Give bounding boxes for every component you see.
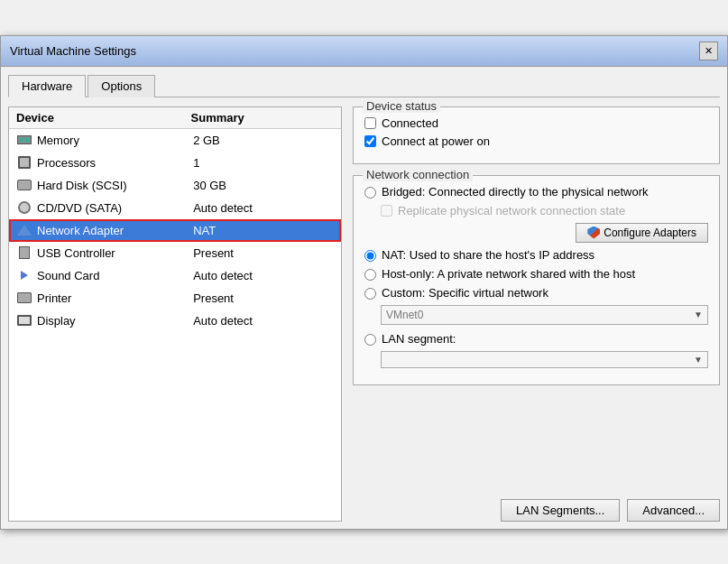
lan-segments-button[interactable]: LAN Segments... [501,499,620,522]
device-status-label: Device status [363,99,440,113]
configure-adapters-label: Configure Adapters [604,227,696,239]
device-row-cddvd[interactable]: CD/DVD (SATA) Auto detect [9,197,341,219]
host-only-radio[interactable] [364,269,376,281]
tab-options[interactable]: Options [88,75,155,97]
lan-segment-label: LAN segment: [382,332,456,346]
device-summary-usb: Present [193,246,334,260]
power-on-label: Connect at power on [382,134,490,148]
device-name-printer: Printer [37,291,193,305]
replicate-checkbox[interactable] [381,205,392,217]
device-row-display[interactable]: Display Auto detect [9,310,341,332]
processor-icon [16,156,32,169]
device-name-cddvd: CD/DVD (SATA) [37,201,193,215]
vmnet-arrow-icon: ▼ [694,310,703,319]
network-adapter-icon [16,224,32,236]
device-name-memory: Memory [37,134,193,147]
device-summary-cddvd: Auto detect [193,201,334,215]
custom-radio[interactable] [364,288,376,300]
device-summary-processors: 1 [193,156,334,170]
device-summary-printer: Present [193,291,334,305]
device-name-usb: USB Controller [37,246,193,260]
replicate-label: Replicate physical network connection st… [398,204,625,217]
device-panel: Device Summary [8,106,342,522]
custom-label: Custom: Specific virtual network [382,286,548,300]
power-on-row: Connect at power on [364,134,708,148]
device-name-display: Display [37,314,193,328]
nat-row: NAT: Used to share the host's IP address [364,248,708,262]
device-name-processors: Processors [37,156,193,170]
harddisk-icon [16,179,32,191]
nat-label: NAT: Used to share the host's IP address [382,248,594,262]
bridged-radio[interactable] [364,187,376,199]
tab-hardware[interactable]: Hardware [8,75,86,97]
device-table-header: Device Summary [9,107,341,129]
network-connection-label: Network connection [363,168,473,181]
device-name-network-adapter: Network Adapter [37,224,193,237]
window-content: Hardware Options Device Summary [1,67,727,529]
bottom-buttons: LAN Segments... Advanced... [353,492,720,522]
device-summary-harddisk: 30 GB [193,179,334,192]
host-only-row: Host-only: A private network shared with… [364,267,708,281]
vmnet-select[interactable]: VMnet0 ▼ [381,305,708,325]
device-row-printer[interactable]: Printer Present [9,287,341,310]
lan-select[interactable]: ▼ [381,351,708,368]
device-summary-display: Auto detect [193,314,334,328]
main-area: Device Summary [8,106,720,522]
device-row-processors[interactable]: Processors 1 [9,152,341,174]
display-icon [16,314,32,327]
custom-row: Custom: Specific virtual network [364,286,708,300]
host-only-label: Host-only: A private network shared with… [382,267,635,281]
lan-arrow-icon: ▼ [694,355,703,365]
device-summary-network-adapter: NAT [193,224,334,237]
advanced-button[interactable]: Advanced... [627,499,720,522]
lan-segment-radio[interactable] [364,334,376,346]
connected-checkbox[interactable] [364,117,376,129]
settings-panel: Device status Connected Connect at power… [353,106,720,522]
power-on-checkbox[interactable] [364,135,376,147]
title-bar-controls: ✕ [699,42,718,60]
device-summary-soundcard: Auto detect [193,269,334,282]
replicate-row: Replicate physical network connection st… [381,204,708,217]
device-status-group: Device status Connected Connect at power… [353,106,720,164]
nat-radio[interactable] [364,250,376,262]
device-list: Memory 2 GB Processors 1 [9,129,341,517]
configure-adapters-button[interactable]: Configure Adapters [576,223,708,243]
device-name-soundcard: Sound Card [37,269,193,282]
lan-select-container: ▼ [381,351,708,368]
device-row-usb[interactable]: USB Controller Present [9,242,341,264]
vmnet-select-container: VMnet0 ▼ [381,305,708,325]
connected-row: Connected [364,116,708,130]
soundcard-icon [16,269,32,282]
lan-segment-row: LAN segment: [364,332,708,346]
device-row-memory[interactable]: Memory 2 GB [9,129,341,152]
tab-bar: Hardware Options [8,74,720,97]
memory-icon [16,134,32,146]
col-summary-header: Summary [191,111,334,125]
close-button[interactable]: ✕ [699,42,718,60]
connected-label: Connected [382,116,438,130]
cddvd-icon [16,201,32,214]
virtual-machine-settings-window: Virtual Machine Settings ✕ Hardware Opti… [0,35,728,530]
bridged-label: Bridged: Connected directly to the physi… [382,185,649,199]
device-row-soundcard[interactable]: Sound Card Auto detect [9,264,341,287]
bridged-row: Bridged: Connected directly to the physi… [364,185,708,199]
network-connection-group: Network connection Bridged: Connected di… [353,175,720,385]
device-row-harddisk[interactable]: Hard Disk (SCSI) 30 GB [9,174,341,197]
shield-configure-icon [587,227,600,239]
title-bar: Virtual Machine Settings ✕ [1,36,727,67]
configure-btn-container: Configure Adapters [364,223,708,243]
vmnet-value: VMnet0 [386,309,423,321]
device-row-network-adapter[interactable]: Network Adapter NAT [9,219,341,242]
device-name-harddisk: Hard Disk (SCSI) [37,179,193,192]
window-title: Virtual Machine Settings [10,44,136,58]
printer-icon [16,291,32,304]
usb-icon [16,246,32,259]
col-device-header: Device [16,111,191,125]
device-summary-memory: 2 GB [193,134,334,147]
